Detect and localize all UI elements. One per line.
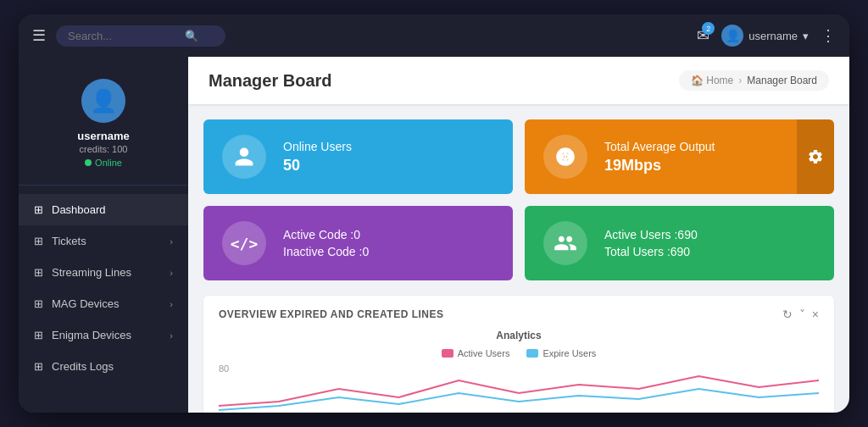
sidebar-item-label: Dashboard (52, 203, 173, 216)
online-status: Online (85, 158, 122, 168)
legend-active-users: Active Users (442, 348, 510, 358)
sidebar-item-label: Tickets (52, 235, 161, 247)
chart-title: OVERVIEW EXPIRED AND CREATED LINES (219, 308, 443, 320)
chevron-right-icon: › (170, 330, 173, 341)
breadcrumb-home[interactable]: 🏠 Home (691, 75, 733, 86)
credits-icon: ⊞ (34, 360, 43, 373)
card-gear-button[interactable] (797, 119, 834, 194)
sidebar-profile: 👤 username credits: 100 Online (19, 65, 188, 186)
card-icon-online-users (222, 135, 266, 179)
notifications-button[interactable]: ✉ 2 (697, 26, 709, 45)
sidebar-nav: ⊞ Dashboard ⊞ Tickets › ⊞ Streaming Line… (19, 186, 188, 413)
online-dot (85, 159, 92, 166)
online-text: Online (95, 158, 122, 168)
username-label: username (748, 30, 798, 42)
card-text-active-code: Active Code :0 Inactive Code :0 (283, 228, 369, 258)
card-text-active-users: Active Users :690 Total Users :690 (604, 228, 698, 258)
content-header: Manager Board 🏠 Home › Manager Board (188, 57, 849, 104)
card-icon-total-output (543, 135, 587, 179)
chevron-down-icon: ▾ (803, 30, 809, 42)
sidebar-item-label: Enigma Devices (52, 329, 161, 341)
card-title: Online Users (283, 140, 352, 153)
profile-username: username (77, 130, 129, 142)
chevron-right-icon: › (170, 299, 173, 309)
legend-active-label: Active Users (458, 348, 510, 358)
card-title: Active Code :0 (283, 228, 369, 241)
card-icon-active-users (543, 221, 587, 265)
sidebar-item-label: MAG Devices (52, 297, 161, 310)
more-options-icon[interactable]: ⋮ (821, 26, 836, 45)
search-box[interactable]: 🔍 (56, 25, 225, 47)
chart-header: OVERVIEW EXPIRED AND CREATED LINES ↻ ˅ × (219, 308, 819, 321)
main-layout: 👤 username credits: 100 Online ⊞ Dashboa… (19, 57, 849, 413)
avatar: 👤 (721, 25, 743, 47)
search-input[interactable] (68, 30, 178, 42)
search-icon: 🔍 (185, 30, 198, 42)
card-active-code: </> Active Code :0 Inactive Code :0 (203, 206, 513, 280)
card-text-online-users: Online Users 50 (283, 140, 352, 175)
breadcrumb-current: Manager Board (747, 75, 817, 86)
topbar: ☰ 🔍 ✉ 2 👤 username ▾ ⋮ (19, 14, 849, 57)
legend-expire-users: Expire Users (526, 348, 596, 358)
card-value2: Inactive Code :0 (283, 245, 369, 258)
user-menu[interactable]: 👤 username ▾ (721, 25, 809, 47)
avatar: 👤 (81, 79, 125, 123)
sidebar-item-streaming-lines[interactable]: ⊞ Streaming Lines › (19, 257, 188, 288)
card-online-users: Online Users 50 (203, 119, 513, 194)
notification-badge: 2 (702, 22, 715, 35)
sidebar-item-dashboard[interactable]: ⊞ Dashboard (19, 194, 188, 225)
dashboard-icon: ⊞ (34, 203, 43, 216)
chart-legend: Active Users Expire Users (219, 348, 819, 358)
legend-expire-dot (526, 349, 538, 358)
close-icon[interactable]: × (812, 308, 819, 321)
chart-section: OVERVIEW EXPIRED AND CREATED LINES ↻ ˅ ×… (203, 296, 834, 413)
sidebar-item-label: Streaming Lines (52, 266, 161, 279)
card-active-users: Active Users :690 Total Users :690 (525, 206, 834, 280)
legend-active-dot (442, 349, 453, 358)
content-area: Manager Board 🏠 Home › Manager Board (188, 57, 849, 413)
card-icon-active-code: </> (222, 221, 266, 265)
card-value: 50 (283, 157, 352, 175)
chart-controls: ↻ ˅ × (782, 308, 819, 321)
enigma-icon: ⊞ (34, 329, 43, 341)
sidebar-item-label: Credits Logs (52, 360, 173, 373)
sidebar-item-mag-devices[interactable]: ⊞ MAG Devices › (19, 288, 188, 319)
card-value: 19Mbps (604, 157, 715, 175)
topbar-icons: ✉ 2 👤 username ▾ ⋮ (697, 25, 836, 47)
tickets-icon: ⊞ (34, 235, 43, 247)
card-title: Total Average Output (604, 140, 715, 153)
content-body: Online Users 50 (188, 104, 849, 413)
chevron-right-icon: › (170, 236, 173, 247)
card-value2: Total Users :690 (604, 245, 698, 258)
sidebar-item-enigma-devices[interactable]: ⊞ Enigma Devices › (19, 319, 188, 351)
streaming-icon: ⊞ (34, 266, 43, 279)
sidebar: 👤 username credits: 100 Online ⊞ Dashboa… (19, 57, 188, 413)
chart-y-label: 80 (219, 363, 229, 374)
chevron-right-icon: › (170, 268, 173, 278)
page-title: Manager Board (209, 71, 332, 91)
breadcrumb: 🏠 Home › Manager Board (679, 70, 829, 91)
card-title: Active Users :690 (604, 228, 698, 241)
sidebar-item-credits-logs[interactable]: ⊞ Credits Logs (19, 351, 188, 382)
profile-credits: credits: 100 (80, 144, 128, 154)
legend-expire-label: Expire Users (542, 348, 596, 358)
sidebar-item-tickets[interactable]: ⊞ Tickets › (19, 225, 188, 257)
chart-svg (219, 363, 819, 413)
device-frame: ☰ 🔍 ✉ 2 👤 username ▾ ⋮ 👤 username (19, 14, 849, 413)
analytics-label: Analytics (219, 330, 819, 341)
chart-body: 80 (219, 363, 819, 413)
hamburger-icon[interactable]: ☰ (32, 26, 46, 45)
mag-icon: ⊞ (34, 297, 43, 310)
card-text-total-output: Total Average Output 19Mbps (604, 140, 715, 175)
card-total-output: Total Average Output 19Mbps (525, 119, 834, 194)
chevron-down-icon[interactable]: ˅ (799, 308, 805, 321)
cards-grid: Online Users 50 (203, 119, 834, 280)
refresh-icon[interactable]: ↻ (782, 308, 793, 321)
breadcrumb-separator: › (738, 75, 742, 86)
